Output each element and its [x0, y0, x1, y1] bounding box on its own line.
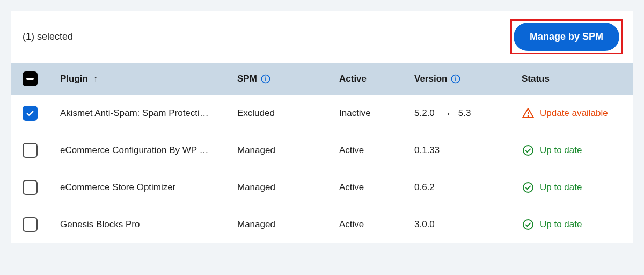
info-icon[interactable] [450, 74, 461, 84]
status-label: Up to date [540, 145, 582, 156]
manage-button-highlight: Manage by SPM [511, 20, 621, 53]
info-icon[interactable] [260, 74, 271, 84]
plugins-table: Plugin ↑ SPM Active Version Status [11, 63, 633, 243]
svg-rect-6 [528, 112, 529, 114]
plugin-name: eCommerce Store Optimizer [60, 182, 175, 193]
status-up-to-date: Up to date [522, 144, 582, 157]
active-value: Active [339, 219, 364, 229]
svg-point-1 [265, 77, 266, 78]
table-row: Akismet Anti-Spam: Spam Protecti…Exclude… [11, 95, 633, 132]
warning-triangle-icon [522, 107, 535, 120]
selection-count: (1) selected [23, 31, 73, 42]
version-from: 3.0.0 [414, 219, 435, 230]
sort-ascending-icon: ↑ [93, 74, 98, 84]
table-row: Genesis Blocks ProManagedActive3.0.0Up t… [11, 206, 633, 243]
column-header-status-label: Status [522, 74, 550, 84]
status-up-to-date: Up to date [522, 181, 582, 194]
toolbar: (1) selected Manage by SPM [11, 11, 633, 63]
table-row: eCommerce Store OptimizerManagedActive0.… [11, 169, 633, 206]
active-value: Active [339, 182, 364, 192]
version-to: 5.3 [458, 108, 471, 119]
plugin-name: Genesis Blocks Pro [60, 219, 140, 230]
active-value: Active [339, 145, 364, 155]
svg-rect-2 [265, 78, 266, 81]
table-row: eCommerce Configuration By WP …ManagedAc… [11, 132, 633, 169]
manage-by-spm-button[interactable]: Manage by SPM [514, 23, 619, 51]
status-label: Up to date [540, 219, 582, 230]
column-header-spm-label: SPM [237, 74, 257, 84]
row-checkbox[interactable] [23, 143, 38, 158]
plugin-name: eCommerce Configuration By WP … [60, 145, 209, 156]
version-from: 0.1.33 [414, 145, 440, 156]
svg-point-4 [455, 77, 456, 78]
row-checkbox[interactable] [23, 217, 38, 232]
svg-point-10 [523, 220, 533, 229]
status-update-available: Update available [522, 107, 608, 120]
table-header: Plugin ↑ SPM Active Version Status [11, 63, 633, 95]
column-header-plugin-label: Plugin [60, 74, 88, 84]
version-from: 5.2.0 [414, 108, 435, 119]
svg-rect-5 [456, 78, 457, 81]
column-header-plugin[interactable]: Plugin ↑ [60, 74, 237, 84]
status-up-to-date: Up to date [522, 218, 582, 231]
svg-point-8 [523, 146, 533, 155]
column-header-active[interactable]: Active [339, 74, 414, 84]
row-checkbox[interactable] [23, 180, 38, 195]
spm-value: Excluded [237, 108, 275, 119]
column-header-active-label: Active [339, 74, 367, 84]
column-header-status[interactable]: Status [522, 74, 621, 84]
version-from: 0.6.2 [414, 182, 435, 193]
status-label: Update available [540, 108, 608, 119]
active-value: Inactive [339, 108, 371, 118]
svg-point-9 [523, 183, 533, 192]
check-circle-icon [522, 144, 535, 157]
plugin-name: Akismet Anti-Spam: Spam Protecti… [60, 108, 209, 119]
check-circle-icon [522, 181, 535, 194]
spm-value: Managed [237, 182, 275, 193]
select-all-checkbox[interactable] [23, 71, 38, 86]
column-header-version-label: Version [414, 74, 447, 84]
spm-value: Managed [237, 145, 275, 156]
svg-point-7 [528, 115, 529, 117]
row-checkbox[interactable] [23, 106, 38, 121]
check-circle-icon [522, 218, 535, 231]
spm-value: Managed [237, 219, 275, 230]
plugins-panel: (1) selected Manage by SPM Plugin ↑ SPM … [11, 11, 633, 243]
column-header-spm[interactable]: SPM [237, 74, 339, 84]
arrow-right-icon: → [441, 107, 452, 120]
status-label: Up to date [540, 182, 582, 193]
column-header-version[interactable]: Version [414, 74, 522, 84]
